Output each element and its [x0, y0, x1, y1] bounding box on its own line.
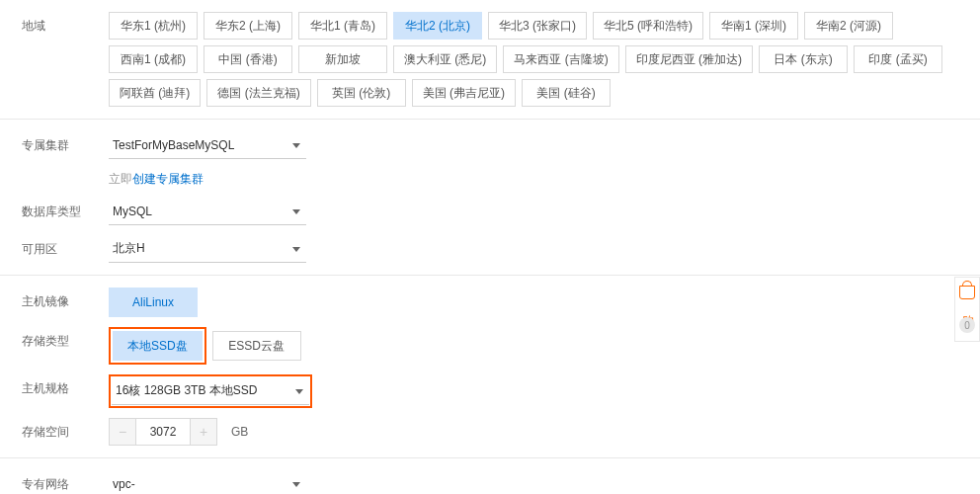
create-cluster-link[interactable]: 创建专属集群: [132, 172, 204, 186]
spec-dropdown[interactable]: 16核 128GB 3TB 本地SSD: [112, 377, 309, 405]
vpc-label: 专有网络: [0, 470, 109, 493]
space-increase-button[interactable]: +: [190, 418, 217, 446]
space-unit: GB: [231, 425, 248, 439]
cart-icon: [959, 286, 975, 299]
region-option[interactable]: 日本 (东京): [759, 45, 848, 73]
region-option[interactable]: 印度尼西亚 (雅加达): [625, 45, 753, 73]
zone-dropdown[interactable]: 北京H: [109, 235, 306, 263]
region-option[interactable]: 华东2 (上海): [204, 12, 292, 40]
storage-highlight: 本地SSD盘: [109, 327, 206, 365]
region-option[interactable]: 美国 (硅谷): [522, 79, 611, 107]
space-input[interactable]: [136, 418, 190, 446]
region-option[interactable]: 美国 (弗吉尼亚): [412, 79, 516, 107]
cluster-hint-prefix: 立即: [109, 172, 132, 186]
region-option[interactable]: 阿联酋 (迪拜): [109, 79, 201, 107]
cart-label: 购物车: [959, 305, 976, 311]
spec-highlight: 16核 128GB 3TB 本地SSD: [109, 374, 312, 408]
region-option[interactable]: 马来西亚 (吉隆坡): [503, 45, 618, 73]
cart-sidebar[interactable]: 购物车 0: [954, 277, 980, 342]
region-option[interactable]: 中国 (香港): [204, 45, 292, 73]
dbtype-label: 数据库类型: [0, 198, 109, 220]
cluster-dropdown[interactable]: TestForMyBaseMySQL: [109, 131, 306, 159]
space-label: 存储空间: [0, 418, 109, 441]
vpc-dropdown[interactable]: vpc-: [109, 470, 306, 494]
region-option[interactable]: 澳大利亚 (悉尼): [393, 45, 497, 73]
zone-label: 可用区: [0, 235, 109, 258]
region-option[interactable]: 西南1 (成都): [109, 45, 198, 73]
cluster-hint: 立即创建专属集群: [109, 171, 204, 188]
region-option[interactable]: 华北5 (呼和浩特): [593, 12, 703, 40]
space-decrease-button[interactable]: −: [109, 418, 136, 446]
region-option[interactable]: 德国 (法兰克福): [206, 79, 310, 107]
region-option[interactable]: 印度 (孟买): [854, 45, 942, 73]
region-option[interactable]: 华东1 (杭州): [109, 12, 198, 40]
region-option[interactable]: 华南2 (河源): [804, 12, 893, 40]
region-option[interactable]: 华北2 (北京): [393, 12, 482, 40]
region-label: 地域: [0, 12, 109, 35]
cart-count: 0: [959, 317, 975, 333]
region-option[interactable]: 华南1 (深圳): [709, 12, 798, 40]
region-option[interactable]: 英国 (伦敦): [317, 79, 406, 107]
storage-label: 存储类型: [0, 327, 109, 350]
storage-option-local-ssd[interactable]: 本地SSD盘: [113, 331, 203, 361]
spec-label: 主机规格: [0, 374, 109, 397]
image-option-alilinux[interactable]: AliLinux: [109, 288, 198, 317]
storage-option-essd[interactable]: ESSD云盘: [212, 331, 301, 361]
dbtype-dropdown[interactable]: MySQL: [109, 198, 306, 225]
cluster-label: 专属集群: [0, 131, 109, 154]
space-stepper: − +: [109, 418, 217, 446]
region-option[interactable]: 华北1 (青岛): [298, 12, 387, 40]
region-option[interactable]: 华北3 (张家口): [488, 12, 587, 40]
image-label: 主机镜像: [0, 288, 109, 310]
region-option[interactable]: 新加坡: [298, 45, 387, 73]
